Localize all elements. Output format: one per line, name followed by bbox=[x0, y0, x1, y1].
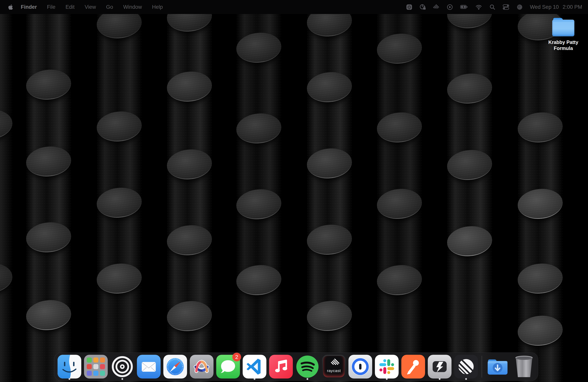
raycast-icon: raycast bbox=[322, 355, 346, 379]
wifi-icon[interactable] bbox=[475, 4, 482, 10]
folder-icon bbox=[552, 18, 575, 37]
clock-date: Wed Sep 10 bbox=[530, 4, 559, 10]
finder-icon bbox=[58, 355, 81, 379]
dock-app-launchpad[interactable] bbox=[84, 353, 108, 380]
menu-bar-clock[interactable]: Wed Sep 10 2:00 PM bbox=[530, 4, 582, 10]
dock-app-messages[interactable]: 2 bbox=[216, 353, 240, 380]
menu-item-edit[interactable]: Edit bbox=[61, 0, 80, 14]
siri-icon[interactable] bbox=[516, 4, 523, 10]
dock-app-mail[interactable] bbox=[137, 353, 161, 380]
folder-label: Krabby Patty Formula bbox=[543, 39, 584, 51]
dock-app-finder[interactable] bbox=[58, 353, 81, 380]
running-indicator-dot bbox=[69, 378, 70, 380]
now-playing-icon[interactable] bbox=[447, 4, 453, 10]
vscode-icon bbox=[243, 355, 266, 379]
status-icons bbox=[406, 4, 523, 10]
mail-icon bbox=[137, 355, 161, 379]
menu-item-go[interactable]: Go bbox=[101, 0, 118, 14]
spotify-icon bbox=[295, 355, 319, 379]
dock-divider bbox=[482, 356, 482, 378]
arc-icon bbox=[190, 355, 213, 379]
battery-charging-icon[interactable] bbox=[460, 4, 468, 10]
dock-app-rewind[interactable] bbox=[110, 353, 134, 380]
running-indicator-dot bbox=[386, 378, 388, 380]
spotlight-search-icon[interactable] bbox=[489, 4, 495, 10]
running-indicator-dot bbox=[307, 378, 308, 380]
wallpaper-pillar bbox=[0, 0, 12, 382]
dock-app-onepassword[interactable] bbox=[348, 353, 372, 380]
launchpad-icon bbox=[84, 355, 108, 379]
dock-app-linear[interactable] bbox=[454, 353, 478, 380]
dock-app-arc[interactable] bbox=[190, 353, 213, 380]
running-indicator-dot bbox=[254, 378, 255, 380]
running-indicator-dot bbox=[439, 378, 441, 380]
desktop-wallpaper bbox=[0, 0, 588, 382]
dock-app-spotify[interactable] bbox=[295, 353, 319, 380]
desktop-folder-krabby-patty-formula[interactable]: Krabby Patty Formula bbox=[543, 18, 584, 51]
menu-item-file[interactable]: File bbox=[42, 0, 61, 14]
menu-items: FileEditViewGoWindowHelp bbox=[42, 0, 168, 14]
postman-icon bbox=[401, 355, 425, 379]
notification-badge: 2 bbox=[232, 353, 241, 361]
onepassword-icon bbox=[348, 355, 372, 379]
wallpaper-pillar bbox=[447, 0, 492, 382]
dock-app-downloads[interactable] bbox=[486, 353, 509, 380]
menu-item-help[interactable]: Help bbox=[147, 0, 168, 14]
lock-timer-icon[interactable] bbox=[420, 4, 426, 10]
safari-icon bbox=[163, 355, 187, 379]
rewind-icon bbox=[110, 355, 134, 379]
dock-app-postman[interactable] bbox=[401, 353, 425, 380]
macos-desktop: { "menu_bar": { "app_name": "Finder", "m… bbox=[0, 0, 588, 382]
menu-bar: Finder FileEditViewGoWindowHelp Wed Sep … bbox=[0, 0, 588, 14]
menu-bar-left: Finder FileEditViewGoWindowHelp bbox=[6, 0, 168, 14]
trash-icon bbox=[512, 355, 536, 379]
apple-menu-icon[interactable] bbox=[8, 4, 13, 10]
dock-app-music[interactable] bbox=[269, 353, 293, 380]
downloads-icon bbox=[486, 355, 509, 379]
menu-app-name[interactable]: Finder bbox=[16, 0, 42, 14]
running-indicator-dot bbox=[465, 378, 467, 380]
menu-item-window[interactable]: Window bbox=[118, 0, 147, 14]
raycast-menubar-icon[interactable] bbox=[433, 4, 440, 10]
running-indicator-dot bbox=[122, 378, 123, 380]
clock-time: 2:00 PM bbox=[563, 4, 582, 10]
dock-app-trash[interactable] bbox=[512, 353, 536, 380]
menu-bar-status: Wed Sep 10 2:00 PM bbox=[406, 4, 582, 10]
dock-app-vscode[interactable] bbox=[243, 353, 266, 380]
slack-icon bbox=[375, 355, 399, 379]
linear-icon bbox=[454, 355, 478, 379]
control-center-icon[interactable] bbox=[503, 4, 509, 10]
music-icon bbox=[269, 355, 293, 379]
dock: 2raycast bbox=[54, 352, 538, 381]
raycast-label: raycast bbox=[323, 368, 345, 373]
dock-app-lmstudio[interactable] bbox=[428, 353, 452, 380]
dock-app-safari[interactable] bbox=[163, 353, 187, 380]
menu-item-view[interactable]: View bbox=[80, 0, 101, 14]
dock-app-slack[interactable] bbox=[375, 353, 399, 380]
lmstudio-icon bbox=[428, 355, 452, 379]
starburst-app-icon[interactable] bbox=[406, 4, 412, 10]
dock-app-raycast[interactable]: raycast bbox=[322, 353, 346, 380]
